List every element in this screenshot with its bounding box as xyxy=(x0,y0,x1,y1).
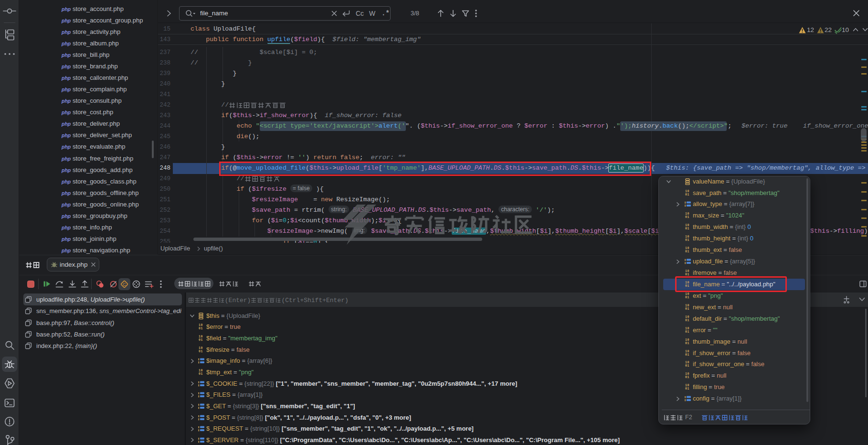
svg-text:C: C xyxy=(123,282,126,287)
